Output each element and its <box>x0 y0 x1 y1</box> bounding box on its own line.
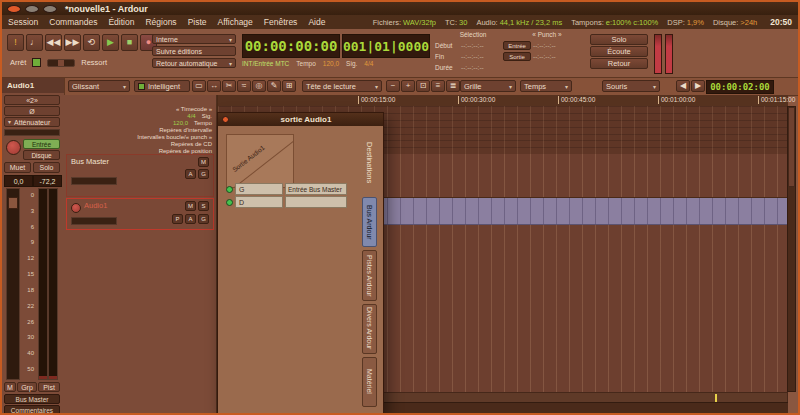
tool-range-button[interactable]: ↔ <box>207 80 221 92</box>
ruler-row-reperes-d-intervalle[interactable]: Repères d'intervalle <box>64 127 214 134</box>
header-s-button[interactable]: S <box>198 201 209 211</box>
meter-value[interactable]: 4/4 <box>364 60 373 67</box>
shuttle-slider[interactable] <box>47 59 75 67</box>
track-record-enable-button[interactable] <box>71 203 81 213</box>
zoom-fit-button[interactable]: ⊡ <box>416 80 430 92</box>
edit-point-clock[interactable]: 00:00:02:00 <box>706 80 774 94</box>
shuttle-mode-label[interactable]: Ressort <box>81 58 107 67</box>
fader-selector[interactable]: ▾ Atténuateur <box>4 117 60 127</box>
port-name[interactable]: D <box>235 196 283 208</box>
audio-mini-fader[interactable] <box>71 217 117 225</box>
transport-go-start-button[interactable]: ◀◀ <box>45 34 62 51</box>
header-a-button[interactable]: A <box>185 214 196 224</box>
peak-display[interactable]: -72,2 <box>33 175 62 187</box>
bus-mini-fader[interactable] <box>71 177 117 185</box>
strip-width-button[interactable]: «2» <box>4 95 60 105</box>
meter-label[interactable]: Sig. <box>346 60 357 67</box>
secondary-clock[interactable]: 001|01|0000 <box>342 34 430 58</box>
nav-back-button[interactable]: ◀ <box>676 80 690 92</box>
menu-piste[interactable]: Piste <box>188 17 207 27</box>
input-button[interactable]: Entrée <box>23 139 60 149</box>
mute-button[interactable]: Muet <box>4 162 31 173</box>
edit-point-selector[interactable]: Tête de lecture ▾ <box>302 80 382 92</box>
solo-button[interactable]: Solo <box>33 162 60 173</box>
smart-mode-button[interactable]: Intelligent <box>134 80 190 92</box>
bus-track-name[interactable]: Bus Master <box>71 157 109 166</box>
audio1-track-header[interactable]: Audio1 SM GAP <box>66 198 214 230</box>
auto-return-selector[interactable]: Retour automatique ▾ <box>152 58 236 68</box>
solo-indicator-button[interactable]: Solo <box>590 34 648 45</box>
vertical-scrollbar-thumb[interactable] <box>788 107 795 187</box>
gain-display[interactable]: 0,0 <box>4 175 33 187</box>
menu-commandes[interactable]: Commandes <box>49 17 97 27</box>
zoom-out-button[interactable]: − <box>386 80 400 92</box>
menu-affichage[interactable]: Affichage <box>218 17 253 27</box>
gain-fader[interactable] <box>6 188 20 380</box>
menu-fenetres[interactable]: Fenêtres <box>264 17 298 27</box>
audio-track-name[interactable]: Audio1 <box>84 201 107 210</box>
vertical-scrollbar[interactable] <box>787 106 796 392</box>
header-g-button[interactable]: G <box>198 169 209 179</box>
disk-button[interactable]: Disque <box>23 150 60 160</box>
tool-object-button[interactable]: ▭ <box>192 80 206 92</box>
tool-edit-button[interactable]: ⊞ <box>282 80 296 92</box>
matrix-cell[interactable]: Entrée Bus Master <box>285 183 347 195</box>
ruler-row-reperes-de-cd[interactable]: Repères de CD <box>64 140 214 147</box>
ruler-row-reperes-de-position[interactable]: Repères de position <box>64 147 214 154</box>
tab-materiel[interactable]: Matériel <box>362 357 377 407</box>
dialog-title-bar[interactable]: sortie Audio1 <box>218 113 383 126</box>
audition-button[interactable]: Écoute <box>590 46 648 57</box>
group-button[interactable]: Grp <box>17 382 37 392</box>
comments-button[interactable]: Commentaires <box>4 405 60 415</box>
tempo-label[interactable]: Tempo <box>296 60 316 67</box>
menu-aide[interactable]: Aide <box>308 17 325 27</box>
ruler-row-intervalles-boucle-punch[interactable]: Intervalles boucle/« punch » <box>64 133 214 140</box>
tempo-value[interactable]: 120,0 <box>323 60 339 67</box>
punch-out-button[interactable]: Sortie <box>503 52 531 61</box>
transport-metronome-button[interactable]: ♩ <box>26 34 43 51</box>
tab-bus-ardour[interactable]: Bus Ardour <box>362 197 377 247</box>
ruler-row-tempo[interactable]: 120,0Tempo <box>64 120 214 127</box>
bus-master-track-header[interactable]: Bus Master M GA <box>66 154 214 197</box>
edit-mode-selector[interactable]: Glissant ▾ <box>68 80 130 92</box>
ruler-row-sig[interactable]: 4/4Sig. <box>64 113 214 120</box>
follow-edits-button[interactable]: Suivre éditions <box>152 46 236 56</box>
tool-cut-button[interactable]: ✂ <box>222 80 236 92</box>
matrix-cell[interactable] <box>285 196 347 208</box>
gain-fader-handle[interactable] <box>8 197 18 209</box>
polarity-button[interactable]: Ø <box>4 106 60 116</box>
punch-in-button[interactable]: Entrée <box>503 41 531 50</box>
snap-mode-selector[interactable]: Grille ▾ <box>460 80 516 92</box>
transport-stop-button[interactable]: ■ <box>121 34 138 51</box>
header-p-button[interactable]: P <box>172 214 183 224</box>
shrink-tracks-button[interactable]: ≡ <box>431 80 445 92</box>
tool-stretch-button[interactable]: ≈ <box>237 80 251 92</box>
tab-divers-ardour[interactable]: Divers Ardour <box>362 304 377 354</box>
window-maximize-button[interactable] <box>43 5 57 13</box>
menu-session[interactable]: Session <box>8 17 38 27</box>
grid-unit-selector[interactable]: Temps ▾ <box>520 80 572 92</box>
shuttle-handle[interactable] <box>58 60 64 66</box>
feedback-button[interactable]: Retour <box>590 58 648 69</box>
header-m-button[interactable]: M <box>198 157 209 167</box>
ruler-row-timecode[interactable]: « Timecode » <box>64 106 214 113</box>
track-button[interactable]: Pist <box>38 382 60 392</box>
dialog-close-button[interactable] <box>222 116 229 123</box>
record-enable-button[interactable] <box>6 140 21 155</box>
transport-loop-button[interactable]: ⟲ <box>83 34 100 51</box>
tool-draw-button[interactable]: ✎ <box>267 80 281 92</box>
meter-point-button[interactable]: M <box>4 382 16 392</box>
header-m-button[interactable]: M <box>185 201 196 211</box>
tool-audition-button[interactable]: ◎ <box>252 80 266 92</box>
port-name[interactable]: G <box>235 183 283 195</box>
transport-midi-panic-button[interactable]: ! <box>7 34 24 51</box>
transport-play-button[interactable]: ▶ <box>102 34 119 51</box>
window-close-button[interactable] <box>7 5 21 13</box>
window-minimize-button[interactable] <box>25 5 39 13</box>
menu-regions[interactable]: Régions <box>145 17 176 27</box>
zoom-focus-selector[interactable]: Souris ▾ <box>602 80 660 92</box>
menu-edition[interactable]: Édition <box>108 17 134 27</box>
transport-go-end-button[interactable]: ▶▶ <box>64 34 81 51</box>
primary-clock[interactable]: 00:00:00:00 <box>242 34 340 58</box>
nav-forward-button[interactable]: ▶ <box>691 80 705 92</box>
